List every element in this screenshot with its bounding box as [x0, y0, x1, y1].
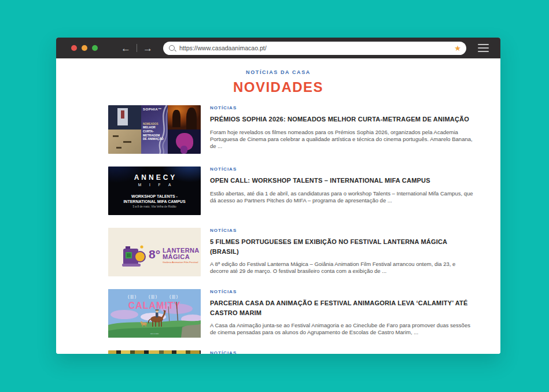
projector-illustration	[122, 245, 145, 267]
category-label[interactable]: NOTÍCIAS	[210, 351, 473, 354]
minimize-window-button[interactable]	[82, 45, 87, 51]
festival-subtitle: Goiânia Animation Film Festival	[163, 261, 198, 264]
category-label[interactable]: NOTÍCIAS	[210, 228, 473, 233]
browser-window: ← → https://www.casadaanimacao.pt/ ★ NOT…	[56, 38, 500, 354]
thumb-line-text: WORKSHOP TALENTS -	[131, 194, 178, 198]
thumb-line-text: DE ANIMAÇÃO	[143, 137, 166, 141]
article-thumbnail[interactable]	[108, 350, 201, 354]
magenta-figure-shape	[180, 146, 187, 154]
svg-text:( ||| ): ( ||| )	[149, 294, 157, 299]
thumb-line-text: INTERNATIONAL MIFA CAMPUS	[123, 199, 185, 204]
article-thumbnail[interactable]: 8° LANTERNA MÁGICA Goiânia Animation Fil…	[108, 228, 201, 276]
bookmark-star-icon[interactable]: ★	[454, 45, 461, 52]
mifa-logo-text: M I F A	[135, 183, 175, 187]
lanterna-festival-logo: 8° LANTERNA MÁGICA Goiânia Animation Fil…	[108, 228, 201, 276]
annecy-logo-text: ANNECY	[132, 173, 178, 182]
poster-credits-text: ▪▪▪▪ ▪▪ ▪▪▪▪▪	[150, 332, 159, 335]
collage-cell	[168, 105, 201, 130]
desktop-background: ← → https://www.casadaanimacao.pt/ ★ NOT…	[0, 0, 549, 392]
hamburger-icon	[478, 47, 489, 49]
thumb-brand-text: SOPHIA™	[143, 108, 166, 111]
svg-text:( ||| ): ( ||| )	[128, 294, 136, 299]
thumb-date-text: 5 a 8 de maio, Vila Velha de Ródão	[132, 205, 176, 208]
article-body: NOTÍCIAS PARCERIA CASA DA ANIMAÇÃO E FES…	[210, 289, 473, 338]
laurel-marks: ( ||| ) ( ||| ) ( ||| )	[128, 294, 178, 299]
news-list: SOPHIA™ NOMEADOS MELHOR CURTA-METRAGEM D…	[108, 105, 478, 354]
collage-right-column	[168, 105, 201, 154]
browser-toolbar: ← → https://www.casadaanimacao.pt/ ★	[56, 38, 500, 58]
collage-cell	[108, 105, 141, 130]
page-content: NOTÍCIAS DA CASA NOVIDADES	[56, 58, 500, 354]
article-title[interactable]: PARCERIA CASA DA ANIMAÇÃO E FESTIVAL ANI…	[210, 298, 473, 317]
article-excerpt: A 8ª edição do Festival Lanterna Mágica …	[210, 261, 473, 275]
hamburger-icon	[478, 44, 489, 45]
page-title: NOVIDADES	[56, 80, 500, 94]
article-title[interactable]: OPEN CALL: WORKSHOP TALENTS – INTERNATIO…	[210, 176, 473, 186]
news-item: ( ||| ) ( ||| ) ( ||| ) CALAMITY	[108, 289, 478, 338]
maximize-window-button[interactable]	[92, 45, 98, 51]
article-body: NOTÍCIAS OPEN CALL: WORKSHOP TALENTS – I…	[210, 167, 473, 215]
article-body: NOTÍCIAS	[210, 350, 473, 354]
news-item: ANNECY M I F A WORKSHOP TALENTS - INTERN…	[108, 167, 478, 215]
article-thumbnail[interactable]: ANNECY M I F A WORKSHOP TALENTS - INTERN…	[108, 167, 201, 215]
article-excerpt: A Casa da Animação junta-se ao Festival …	[210, 322, 473, 336]
svg-text:( ||| ): ( ||| )	[170, 294, 178, 299]
forward-icon[interactable]: →	[143, 43, 153, 53]
category-label[interactable]: NOTÍCIAS	[210, 106, 473, 110]
article-title[interactable]: PRÉMIOS SOPHIA 2026: NOMEADOS MELHOR CUR…	[210, 114, 473, 124]
thumb-line-text: MELHOR	[143, 125, 166, 130]
category-label[interactable]: NOTÍCIAS	[210, 290, 473, 294]
page-header: NOTÍCIAS DA CASA NOVIDADES	[56, 58, 500, 94]
news-item: SOPHIA™ NOMEADOS MELHOR CURTA-METRAGEM D…	[108, 105, 478, 154]
article-excerpt: Foram hoje revelados os filmes nomeados …	[210, 129, 473, 150]
poster-title-text: CALAMITY	[128, 301, 181, 310]
traffic-lights	[71, 45, 98, 51]
article-body: NOTÍCIAS PRÉMIOS SOPHIA 2026: NOMEADOS M…	[210, 105, 473, 154]
article-thumbnail[interactable]: SOPHIA™ NOMEADOS MELHOR CURTA-METRAGEM D…	[108, 105, 201, 154]
news-item: NOTÍCIAS	[108, 350, 478, 354]
collage-center-panel: SOPHIA™ NOMEADOS MELHOR CURTA-METRAGEM D…	[141, 105, 168, 154]
festival-name-line2: MÁGICA	[163, 253, 190, 260]
category-label[interactable]: NOTÍCIAS	[210, 167, 473, 172]
menu-button[interactable]	[478, 44, 489, 52]
nav-separator	[137, 44, 137, 52]
url-bar[interactable]: https://www.casadaanimacao.pt/ ★	[163, 42, 466, 55]
collage-cell	[168, 130, 201, 154]
close-window-button[interactable]	[71, 45, 77, 51]
section-kicker: NOTÍCIAS DA CASA	[56, 70, 500, 75]
thumb-line-text: CURTA-METRAGEM	[143, 130, 166, 138]
article-body: NOTÍCIAS 5 FILMES PORTUGUESES EM EXIBIÇÃ…	[210, 228, 473, 276]
article-excerpt: Estão abertas, até dia 1 de abril, as ca…	[210, 190, 473, 204]
url-text[interactable]: https://www.casadaanimacao.pt/	[179, 45, 267, 51]
back-icon[interactable]: ←	[121, 43, 131, 53]
hamburger-icon	[478, 51, 489, 52]
collage-cell	[108, 130, 141, 154]
calamity-poster: ( ||| ) ( ||| ) ( ||| ) CALAMITY	[108, 289, 201, 338]
figure-shape	[121, 110, 124, 119]
article-title[interactable]: 5 FILMES PORTUGUESES EM EXIBIÇÃO NO FEST…	[210, 237, 473, 256]
number-text: 8°	[149, 247, 160, 261]
search-icon	[169, 45, 175, 51]
collage-left-column	[108, 105, 141, 154]
news-item: 8° LANTERNA MÁGICA Goiânia Animation Fil…	[108, 228, 478, 276]
article-thumbnail[interactable]: ( ||| ) ( ||| ) ( ||| ) CALAMITY	[108, 289, 201, 338]
nav-controls: ← →	[121, 43, 153, 53]
